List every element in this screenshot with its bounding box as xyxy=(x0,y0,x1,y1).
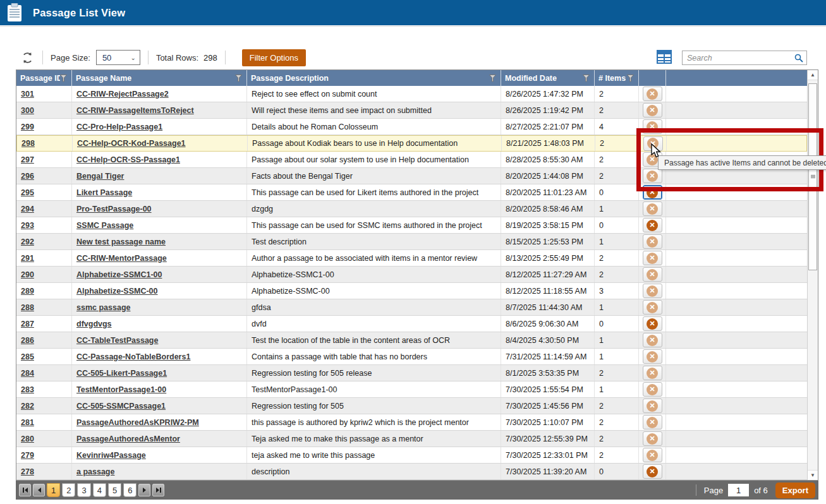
passage-name-link[interactable]: New test passage name xyxy=(76,237,166,246)
first-page-button[interactable] xyxy=(19,484,31,496)
delete-button[interactable]: ✕ xyxy=(643,300,662,315)
delete-button[interactable]: ✕ xyxy=(643,201,662,216)
passage-name-link[interactable]: TestMentorPassage1-00 xyxy=(76,385,166,394)
delete-button[interactable]: ✕ xyxy=(643,87,662,101)
passage-id-link[interactable]: 289 xyxy=(21,287,34,296)
passage-id-link[interactable]: 284 xyxy=(21,369,34,378)
refresh-icon[interactable] xyxy=(20,50,35,65)
delete-button[interactable]: ✕ xyxy=(643,333,662,347)
passage-name-link[interactable]: Alphabetize-SSMC-00 xyxy=(76,287,158,296)
passage-name-link[interactable]: Alphabetize-SSMC1-00 xyxy=(76,270,162,279)
passage-id-link[interactable]: 278 xyxy=(21,467,34,476)
filter-icon[interactable] xyxy=(60,75,67,82)
page-button-4[interactable]: 4 xyxy=(93,483,106,497)
passage-name-link[interactable]: ssmc passage xyxy=(76,303,130,312)
passage-id-link[interactable]: 295 xyxy=(21,188,34,197)
column-header-passage-name[interactable]: Passage Name xyxy=(72,70,247,86)
passage-name-link[interactable]: Bengal Tiger xyxy=(76,172,124,181)
passage-id-link[interactable]: 283 xyxy=(21,385,34,394)
filter-icon[interactable] xyxy=(627,75,634,82)
delete-button[interactable]: ✕ xyxy=(643,349,662,364)
passage-name-link[interactable]: CC-505-Likert-Passage1 xyxy=(76,369,167,378)
column-header-modified-date[interactable]: Modified Date xyxy=(501,70,595,86)
delete-button[interactable]: ✕ xyxy=(643,267,662,282)
last-page-button[interactable] xyxy=(152,484,164,496)
delete-button[interactable]: ✕ xyxy=(643,366,662,380)
page-button-5[interactable]: 5 xyxy=(108,483,121,497)
vertical-scrollbar[interactable]: ▲ ▼ xyxy=(807,70,818,480)
previous-page-button[interactable] xyxy=(33,484,45,496)
passage-id-link[interactable]: 281 xyxy=(21,418,34,427)
passage-id-link[interactable]: 296 xyxy=(21,172,34,181)
passage-id-link[interactable]: 285 xyxy=(21,352,34,361)
column-header-item-count[interactable]: # Items xyxy=(595,70,639,86)
page-size-select[interactable]: 50 ⌄ xyxy=(96,50,140,65)
delete-button[interactable]: ✕ xyxy=(643,169,662,183)
delete-button[interactable]: ✕ xyxy=(643,251,662,265)
search-icon[interactable] xyxy=(794,54,803,63)
passage-name-link[interactable]: SSMC Passage xyxy=(76,221,133,230)
delete-button[interactable]: ✕ xyxy=(643,382,662,397)
passage-id-link[interactable]: 291 xyxy=(21,254,34,263)
search-input[interactable] xyxy=(683,54,794,63)
filter-icon[interactable] xyxy=(583,75,590,82)
passage-id-link[interactable]: 294 xyxy=(21,205,34,213)
scroll-down-arrow-icon[interactable]: ▼ xyxy=(808,470,818,480)
passage-name-link[interactable]: a passage xyxy=(76,467,114,476)
delete-button[interactable]: ✕ xyxy=(643,218,662,232)
page-button-1[interactable]: 1 xyxy=(47,483,60,497)
export-button[interactable]: Export xyxy=(775,483,815,498)
passage-id-link[interactable]: 286 xyxy=(21,336,34,345)
passage-name-link[interactable]: CC-RIW-PassageItemsToReject xyxy=(76,106,194,115)
passage-id-link[interactable]: 297 xyxy=(21,155,34,164)
column-header-passage-description[interactable]: Passage Description xyxy=(247,70,501,86)
passage-id-link[interactable]: 287 xyxy=(21,320,34,328)
page-button-2[interactable]: 2 xyxy=(62,483,75,497)
page-button-3[interactable]: 3 xyxy=(77,483,90,497)
passage-name-link[interactable]: Likert Passage xyxy=(76,188,132,197)
passage-name-link[interactable]: Pro-TestPassage-00 xyxy=(76,205,152,213)
passage-id-link[interactable]: 279 xyxy=(21,451,34,460)
passage-name-link[interactable]: Kevinriw4Passage xyxy=(76,451,146,460)
next-page-button[interactable] xyxy=(138,484,150,496)
delete-button[interactable]: ✕ xyxy=(643,103,662,117)
delete-button[interactable]: ✕ xyxy=(643,415,662,429)
delete-button[interactable]: ✕ xyxy=(643,136,663,151)
filter-icon[interactable] xyxy=(489,75,496,82)
passage-name-link[interactable]: CC-505-SSMCPassage1 xyxy=(76,402,166,411)
passage-name-link[interactable]: CC-RIW-RejectPassage2 xyxy=(76,90,169,99)
passage-id-link[interactable]: 288 xyxy=(21,303,34,312)
grid-view-icon[interactable] xyxy=(657,50,672,66)
delete-button[interactable]: ✕ xyxy=(643,431,662,446)
delete-button[interactable]: ✕ xyxy=(643,399,662,413)
passage-id-link[interactable]: 290 xyxy=(21,270,34,279)
passage-name-link[interactable]: CC-Pro-Help-Passage1 xyxy=(76,123,162,131)
delete-button[interactable]: ✕ xyxy=(643,316,662,331)
passage-id-link[interactable]: 300 xyxy=(21,106,34,115)
column-header-passage-id[interactable]: Passage ID xyxy=(16,70,72,86)
passage-id-link[interactable]: 293 xyxy=(21,221,34,230)
delete-button[interactable]: ✕ xyxy=(643,448,662,462)
passage-name-link[interactable]: CC-Help-OCR-Kod-Passage1 xyxy=(77,139,186,148)
delete-button[interactable]: ✕ xyxy=(643,119,662,134)
filter-icon[interactable] xyxy=(235,75,242,82)
passage-id-link[interactable]: 282 xyxy=(21,402,34,411)
passage-id-link[interactable]: 280 xyxy=(21,435,34,443)
passage-name-link[interactable]: CC-Help-OCR-SS-Passage1 xyxy=(76,155,180,164)
page-number-input[interactable] xyxy=(728,484,749,496)
passage-id-link[interactable]: 299 xyxy=(21,123,34,131)
delete-button[interactable]: ✕ xyxy=(643,185,662,200)
page-button-6[interactable]: 6 xyxy=(123,483,137,497)
scroll-up-arrow-icon[interactable]: ▲ xyxy=(808,70,818,80)
scrollbar-thumb[interactable] xyxy=(808,83,817,270)
passage-name-link[interactable]: CC-Passage-NoTableBorders1 xyxy=(76,352,190,361)
passage-id-link[interactable]: 301 xyxy=(21,90,34,99)
delete-button[interactable]: ✕ xyxy=(643,284,662,298)
passage-name-link[interactable]: PassageAuthoredAsKPRIW2-PM xyxy=(76,418,199,427)
passage-id-link[interactable]: 292 xyxy=(21,237,34,246)
passage-name-link[interactable]: PassageAuthoredAsMentor xyxy=(76,435,180,443)
delete-button[interactable]: ✕ xyxy=(643,464,662,479)
passage-name-link[interactable]: dfvgdvgs xyxy=(76,320,112,328)
filter-options-button[interactable]: Filter Options xyxy=(242,49,306,66)
delete-button[interactable]: ✕ xyxy=(643,234,662,249)
